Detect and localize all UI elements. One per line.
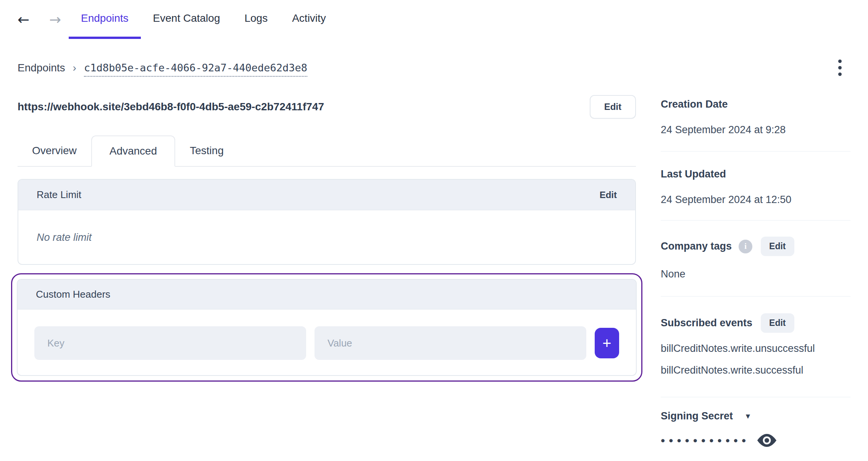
creation-date-value: 24 September 2024 at 9:28 (661, 124, 850, 136)
signing-secret-masked-value: ••••••••••• (661, 434, 750, 446)
creation-date-section: Creation Date 24 September 2024 at 9:28 (661, 0, 850, 152)
company-tags-row: Company tags i Edit (661, 237, 850, 256)
subscribed-event-item: billCreditNotes.write.unsuccessful (661, 343, 850, 355)
breadcrumb-root[interactable]: Endpoints (18, 62, 65, 74)
back-arrow-icon[interactable]: ← (18, 13, 29, 27)
endpoint-url-row: https://webhook.site/3ebd46b8-f0f0-4db5-… (18, 95, 636, 119)
rate-limit-header: Rate Limit Edit (18, 180, 635, 210)
eye-icon (757, 434, 777, 447)
company-tags-value: None (661, 268, 850, 280)
nav-tab-activity[interactable]: Activity (280, 0, 338, 39)
rate-limit-card: Rate Limit Edit No rate limit (18, 179, 636, 265)
edit-url-button[interactable]: Edit (590, 95, 636, 119)
nav-tabs: Endpoints Event Catalog Logs Activity (69, 0, 338, 39)
add-header-button[interactable]: + (595, 328, 619, 358)
subscribed-events-label: Subscribed events (661, 317, 752, 329)
edit-company-tags-button[interactable]: Edit (761, 237, 794, 256)
subscribed-events-section: Subscribed events Edit billCreditNotes.w… (661, 297, 850, 397)
signing-secret-toggle[interactable]: Signing Secret ▼ (661, 410, 752, 422)
last-updated-label: Last Updated (661, 168, 850, 180)
edit-rate-limit-button[interactable]: Edit (600, 190, 617, 200)
header-key-input[interactable] (34, 326, 306, 360)
custom-headers-card: Custom Headers + (17, 279, 637, 376)
details-sidebar: Creation Date 24 September 2024 at 9:28 … (661, 0, 850, 447)
breadcrumb-endpoint-id[interactable]: c1d8b05e-acfe-4066-92a7-440ede62d3e8 (84, 62, 307, 77)
signing-secret-section: Signing Secret ▼ ••••••••••• (661, 397, 850, 447)
signing-secret-row: ••••••••••• (661, 434, 850, 447)
nav-tab-logs[interactable]: Logs (232, 0, 280, 39)
signing-secret-label: Signing Secret (661, 410, 733, 422)
custom-headers-header: Custom Headers (18, 280, 636, 309)
rate-limit-body: No rate limit (18, 210, 635, 264)
rate-limit-empty-text: No rate limit (37, 232, 92, 243)
custom-headers-highlight: Custom Headers + (11, 273, 642, 382)
breadcrumb: Endpoints › c1d8b05e-acfe-4066-92a7-440e… (18, 62, 636, 77)
subscribed-event-item: billCreditNotes.write.successful (661, 364, 850, 376)
last-updated-section: Last Updated 24 September 2024 at 12:50 (661, 152, 850, 221)
endpoint-tabs: Overview Advanced Testing (18, 135, 636, 167)
forward-arrow-icon[interactable]: → (49, 13, 61, 27)
last-updated-value: 24 September 2024 at 12:50 (661, 194, 850, 206)
header-value-input[interactable] (315, 326, 586, 360)
company-tags-section: Company tags i Edit None (661, 221, 850, 297)
main-column: ← → Endpoints Event Catalog Logs Activit… (18, 0, 636, 382)
top-navigation: ← → Endpoints Event Catalog Logs Activit… (18, 0, 636, 39)
tab-testing[interactable]: Testing (175, 135, 238, 166)
chevron-right-icon: › (73, 62, 76, 74)
chevron-down-icon: ▼ (744, 412, 752, 421)
reveal-secret-button[interactable] (757, 434, 777, 447)
custom-headers-title: Custom Headers (36, 289, 110, 300)
plus-icon: + (602, 335, 611, 351)
tab-overview[interactable]: Overview (18, 135, 91, 166)
company-tags-label: Company tags (661, 240, 732, 252)
info-icon[interactable]: i (739, 240, 752, 253)
subscribed-events-row: Subscribed events Edit (661, 313, 850, 333)
tab-advanced[interactable]: Advanced (91, 135, 176, 167)
rate-limit-title: Rate Limit (37, 189, 81, 201)
endpoint-url: https://webhook.site/3ebd46b8-f0f0-4db5-… (18, 101, 324, 113)
edit-subscribed-events-button[interactable]: Edit (761, 313, 794, 333)
nav-tab-endpoints[interactable]: Endpoints (69, 0, 141, 39)
creation-date-label: Creation Date (661, 98, 850, 110)
custom-headers-body: + (18, 309, 636, 375)
nav-tab-event-catalog[interactable]: Event Catalog (141, 0, 232, 39)
